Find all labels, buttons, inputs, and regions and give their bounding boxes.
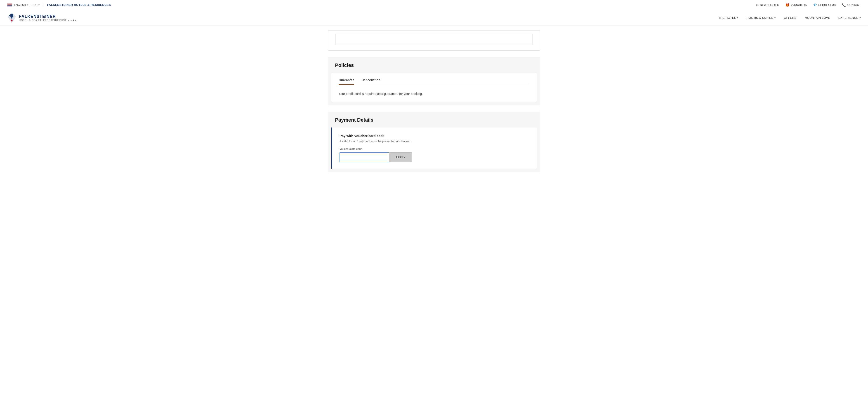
top-bar: ENGLISH ▾ EUR ▾ FALKENSTEINER HOTELS & R… — [0, 0, 868, 10]
spirit-club-icon: 💎 — [813, 3, 817, 7]
chevron-down-icon: ▾ — [774, 17, 776, 19]
contact-link[interactable]: 📞 CONTACT — [842, 3, 861, 7]
policies-header: Policies — [328, 57, 540, 73]
top-bar-right: ✉ NEWSLETTER 🎁 VOUCHERS 💎 SPIRIT CLUB 📞 … — [756, 3, 861, 7]
voucher-desc: A valid form of payment must be presente… — [340, 139, 529, 143]
chevron-down-icon: ▾ — [27, 4, 28, 6]
nav-offers[interactable]: OFFERS — [784, 16, 797, 20]
payment-title: Payment Details — [335, 117, 533, 123]
guarantee-text: Your credit card is required as a guaran… — [339, 91, 529, 96]
content-wrapper: Policies Guarantee Cancellation Your cre… — [323, 30, 545, 172]
spirit-club-link[interactable]: 💎 SPIRIT CLUB — [813, 3, 836, 7]
voucher-title: Pay with Voucher/card code — [340, 134, 529, 138]
newsletter-link[interactable]: ✉ NEWSLETTER — [756, 3, 779, 7]
lang-currency-area: ENGLISH ▾ EUR ▾ — [7, 3, 39, 7]
payment-header: Payment Details — [328, 112, 540, 127]
policies-title: Policies — [335, 62, 533, 68]
brand-link[interactable]: FALKENSTEINER HOTELS & RESIDENCES — [47, 3, 111, 6]
main-nav: FALKENSTEINER HOTEL & SPA FALKENSTEINERH… — [0, 10, 868, 26]
chevron-down-icon: ▾ — [737, 17, 739, 19]
vouchers-link[interactable]: 🎁 VOUCHERS — [785, 3, 807, 7]
tab-guarantee[interactable]: Guarantee — [339, 78, 354, 85]
language-selector[interactable]: ENGLISH ▾ — [14, 3, 28, 6]
voucher-label: Voucher/card code — [340, 148, 529, 151]
partial-input-field[interactable] — [335, 34, 533, 45]
newsletter-icon: ✉ — [756, 3, 758, 7]
payment-section: Payment Details Pay with Voucher/card co… — [328, 112, 540, 172]
voucher-section: Pay with Voucher/card code A valid form … — [331, 127, 537, 169]
apply-button[interactable]: APPLY — [389, 152, 412, 162]
nav-experience[interactable]: EXPERIENCE ▾ — [838, 16, 861, 20]
nav-rooms-suites[interactable]: ROOMS & SUITES ▾ — [746, 16, 776, 20]
voucher-input[interactable] — [340, 152, 389, 162]
vouchers-icon: 🎁 — [785, 3, 789, 7]
logo-text: FALKENSTEINER HOTEL & SPA FALKENSTEINERH… — [19, 14, 77, 22]
tab-cancellation[interactable]: Cancellation — [362, 78, 380, 85]
flag-icon — [7, 3, 12, 6]
top-bar-left: ENGLISH ▾ EUR ▾ FALKENSTEINER HOTELS & R… — [7, 3, 111, 7]
phone-icon: 📞 — [842, 3, 846, 7]
chevron-down-icon: ▾ — [38, 4, 39, 6]
logo-brand: FALKENSTEINER — [19, 14, 77, 19]
main-nav-links: THE HOTEL ▾ ROOMS & SUITES ▾ OFFERS MOUN… — [718, 16, 861, 20]
divider — [43, 3, 43, 7]
logo-area: FALKENSTEINER HOTEL & SPA FALKENSTEINERH… — [7, 12, 77, 24]
payment-body: Pay with Voucher/card code A valid form … — [331, 127, 537, 169]
policies-tabs: Guarantee Cancellation — [339, 78, 529, 85]
logo-icon — [7, 12, 16, 24]
nav-the-hotel[interactable]: THE HOTEL ▾ — [718, 16, 738, 20]
top-partial-card — [328, 30, 540, 51]
policies-section: Policies Guarantee Cancellation Your cre… — [328, 57, 540, 105]
currency-selector[interactable]: EUR ▾ — [32, 3, 39, 6]
logo-sub: HOTEL & SPA FALKENSTEINERHOF ★★★★ — [19, 19, 77, 22]
voucher-input-row: APPLY — [340, 152, 529, 162]
nav-mountain-love[interactable]: MOUNTAIN LOVE — [805, 16, 830, 20]
policies-body: Guarantee Cancellation Your credit card … — [331, 73, 537, 102]
chevron-down-icon: ▾ — [860, 17, 861, 19]
